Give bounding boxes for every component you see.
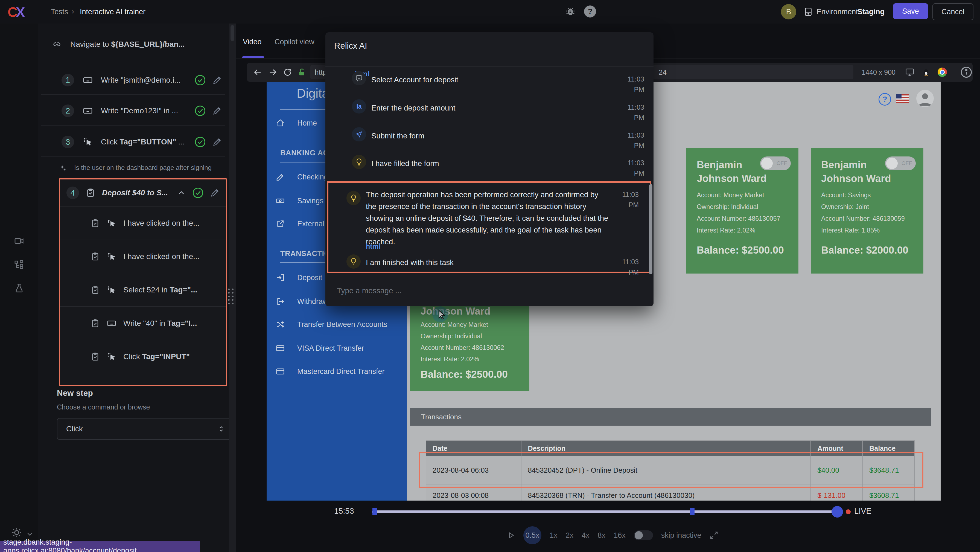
edit-pencil-icon[interactable] — [210, 188, 220, 198]
forward-icon[interactable] — [268, 67, 278, 77]
step-group-4: 4 Deposit $40 to S... I have clicked on … — [59, 178, 227, 386]
step-text: Navigate to — [70, 40, 111, 48]
settings-gear-icon[interactable] — [11, 527, 22, 538]
substep-text-bold: Tag="I... — [167, 319, 197, 327]
bank-nav-label: VISA Direct Transfer — [297, 344, 364, 353]
step-group-header[interactable]: 4 Deposit $40 to S... — [60, 179, 226, 206]
chat-timestamp-meridiem: PM — [634, 114, 644, 121]
bank-nav-label: Deposit — [297, 274, 322, 282]
tab-video[interactable]: Video — [243, 38, 262, 46]
chat-message-text: The deposit operation has been performed… — [366, 189, 609, 247]
account-ownership: Ownership: Individual — [420, 330, 504, 342]
cancel-button[interactable]: Cancel — [932, 3, 974, 20]
chat-input[interactable] — [336, 286, 638, 295]
select-chevrons-icon — [217, 425, 225, 433]
user-avatar[interactable]: B — [781, 4, 796, 19]
bank-nav-transfer[interactable]: Transfer Between Accounts — [267, 316, 407, 333]
timeline-marker[interactable] — [372, 508, 377, 515]
bank-nav-visa[interactable]: VISA Direct Transfer — [267, 340, 407, 356]
chat-scrollbar-thumb[interactable] — [649, 184, 652, 274]
edit-pencil-icon[interactable] — [212, 137, 222, 147]
collapse-chevron-icon[interactable] — [177, 188, 186, 198]
chat-timestamp-meridiem: PM — [634, 142, 644, 149]
environment-value[interactable]: Staging — [858, 8, 885, 16]
step-navigate[interactable]: Navigate to ${BASE_URL}/ban... — [38, 33, 229, 56]
timeline-track[interactable] — [372, 511, 840, 513]
step-row-1[interactable]: 1 Write "jsmith@demo.i... — [38, 65, 229, 94]
command-select[interactable]: Click — [57, 418, 232, 440]
bank-user-avatar[interactable] — [916, 90, 934, 107]
check-circle-icon — [194, 74, 206, 86]
step-row-2[interactable]: 2 Write "Demo123!" in ... — [38, 96, 229, 125]
html-link[interactable]: html — [366, 242, 380, 250]
fullscreen-icon[interactable] — [710, 531, 718, 540]
step-text: Write "Demo123!" in ... — [101, 107, 178, 115]
timeline-marker[interactable] — [690, 508, 695, 515]
info-icon[interactable] — [960, 66, 973, 78]
bank-help-icon[interactable]: ? — [878, 93, 891, 105]
checking-icon — [276, 172, 285, 181]
speed-16x[interactable]: 16x — [614, 531, 625, 540]
clipboard-icon — [91, 285, 100, 295]
chat-timestamp: 11:03 — [622, 191, 639, 198]
clipboard-icon — [86, 188, 95, 198]
substep-text-bold: Tag="... — [170, 286, 197, 294]
interest-rate: Interest Rate: 1.85% — [821, 225, 905, 236]
account-holder-name: Benjamin Johnson Ward — [821, 158, 892, 185]
click-cursor-icon — [107, 285, 116, 295]
transfer-icon — [276, 320, 285, 329]
edit-pencil-icon[interactable] — [212, 106, 222, 116]
play-icon[interactable] — [506, 531, 515, 540]
substep-text: Click — [123, 352, 142, 361]
speed-4x[interactable]: 4x — [582, 531, 590, 540]
skip-inactive-toggle[interactable] — [634, 530, 653, 540]
assertion-note[interactable]: Is the user on the dashboard page after … — [38, 158, 229, 177]
substep-text: Select 524 in — [123, 286, 170, 294]
bank-nav-label: Checking — [297, 173, 328, 181]
step-target: ${BASE_URL}/ban... — [111, 40, 185, 48]
speed-8x[interactable]: 8x — [598, 531, 606, 540]
substep-row[interactable]: Select 524 in Tag="... — [60, 273, 226, 306]
timeline-thumb[interactable] — [832, 506, 843, 517]
breadcrumb-separator: › — [72, 7, 74, 16]
flows-icon[interactable] — [14, 259, 24, 270]
step-number: 3 — [62, 136, 74, 148]
speed-1x[interactable]: 1x — [550, 531, 558, 540]
account-holder-name: Benjamin Johnson Ward — [697, 158, 768, 185]
chat-message-text: Submit the form — [371, 130, 425, 142]
speed-0.5x[interactable]: 0.5x — [523, 526, 541, 544]
substep-row[interactable]: I have clicked on the... — [60, 206, 226, 239]
back-icon[interactable] — [253, 67, 262, 77]
linux-icon — [922, 68, 931, 77]
tab-copilot-view[interactable]: Copilot view — [275, 38, 315, 46]
keyboard-icon — [107, 319, 116, 328]
unlock-icon — [297, 67, 307, 77]
speed-2x[interactable]: 2x — [566, 531, 574, 540]
step-text-bold: Tag="BUTTON" — [119, 137, 176, 146]
click-cursor-icon — [107, 252, 116, 261]
bug-icon[interactable] — [565, 6, 576, 17]
divider — [41, 125, 225, 126]
account-balance: Balance: $2500.00 — [420, 369, 508, 380]
substep-row[interactable]: I have clicked on the... — [60, 239, 226, 273]
step-row-3[interactable]: 3 Click Tag="BUTTON" ... — [38, 128, 229, 156]
divider — [325, 279, 654, 279]
assertion-text: Is the user on the dashboard page after … — [74, 164, 212, 172]
text-input-icon: Ia — [352, 99, 366, 113]
breadcrumb-root[interactable]: Tests — [51, 8, 68, 16]
help-icon[interactable]: ? — [584, 5, 596, 18]
edit-pencil-icon[interactable] — [212, 75, 222, 85]
recordings-icon[interactable] — [14, 236, 24, 246]
bank-nav-mastercard[interactable]: Mastercard Direct Transfer — [267, 363, 407, 380]
experiments-icon[interactable] — [14, 283, 24, 293]
substep-row[interactable]: Click Tag="INPUT" — [60, 340, 226, 373]
save-button[interactable]: Save — [893, 3, 928, 19]
substep-row[interactable]: Write "40" in Tag="I... — [60, 306, 226, 340]
steps-scrollbar-thumb[interactable] — [231, 25, 234, 41]
us-flag-icon[interactable] — [896, 94, 908, 103]
command-select-value: Click — [66, 424, 83, 433]
settings-chevron-icon[interactable] — [26, 530, 34, 538]
panel-resize-handle[interactable] — [229, 24, 236, 552]
interest-rate: Interest Rate: 2.02% — [697, 225, 780, 236]
refresh-icon[interactable] — [283, 67, 292, 77]
